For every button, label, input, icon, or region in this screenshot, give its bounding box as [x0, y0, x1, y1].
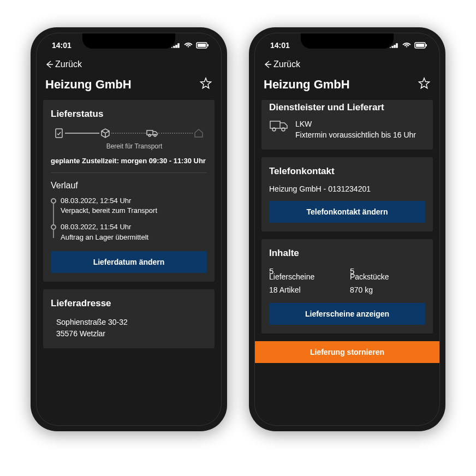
status-caption: Bereit für Transport: [51, 142, 207, 150]
address-line-1: Sophienstraße 30-32: [56, 317, 207, 328]
cancel-delivery-button[interactable]: Lieferung stornieren: [255, 341, 439, 363]
svg-rect-2: [207, 44, 209, 46]
star-icon: [199, 77, 212, 90]
show-delivery-slips-button[interactable]: Lieferscheine anzeigen: [269, 303, 425, 325]
change-delivery-date-button[interactable]: Lieferdatum ändern: [51, 251, 207, 273]
status-progress: [51, 127, 207, 139]
wifi-icon: [184, 43, 193, 49]
page-title: Heizung GmbH: [264, 78, 350, 92]
provider-card: Dienstleister und Lieferart LKW Fixtermi…: [261, 100, 433, 150]
statusbar-icons: [171, 42, 209, 49]
contents-heading: Inhalte: [269, 248, 425, 259]
back-label: Zurück: [55, 59, 82, 69]
notch: [301, 33, 394, 49]
arrow-left-icon: [44, 59, 54, 69]
provider-detail: Fixtermin voraussichtlich bis 16 Uhr: [295, 129, 416, 140]
order-icon: [53, 127, 65, 139]
svg-rect-9: [426, 44, 427, 46]
history-heading: Verlauf: [51, 181, 207, 191]
battery-icon: [414, 42, 427, 49]
titlebar: Heizung GmbH: [255, 74, 439, 100]
wifi-icon: [402, 43, 411, 49]
contents-card: Inhalte 5 Lieferscheine 5 Packstücke 18 …: [261, 239, 433, 334]
statusbar-icons: [389, 42, 427, 49]
history-item: 08.03.2022, 12:54 Uhr Verpackt, bereit z…: [61, 196, 207, 216]
contact-card: Telefonkontakt Heizung GmbH - 0131234201…: [261, 157, 433, 231]
favorite-button[interactable]: [418, 77, 431, 92]
address-line-2: 35576 Wetzlar: [56, 328, 207, 340]
svg-rect-3: [56, 129, 62, 138]
delivery-address-card: Lieferadresse Sophienstraße 30-32 35576 …: [43, 289, 215, 348]
notch: [82, 33, 175, 49]
planned-delivery-time: geplante Zustellzeit: morgen 09:30 - 11:…: [51, 157, 207, 173]
back-button[interactable]: Zurück: [37, 57, 221, 74]
svg-rect-1: [198, 44, 206, 47]
battery-icon: [196, 42, 209, 49]
statusbar-time: 14:01: [270, 41, 290, 50]
star-icon: [418, 77, 431, 90]
provider-heading: Dienstleister und Lieferart: [269, 102, 425, 113]
phone-left: 14:01 Zurück Heizung GmbH Liefe: [31, 27, 227, 431]
address-heading: Lieferadresse: [51, 298, 207, 309]
home-icon: [193, 127, 205, 139]
svg-point-6: [154, 134, 156, 136]
packages-label: Packstücke: [350, 272, 425, 281]
delivery-status-card: Lieferstatus Bereit für Transport geplan…: [43, 100, 215, 282]
truck-icon: [269, 118, 289, 135]
titlebar: Heizung GmbH: [37, 74, 221, 100]
phone-right: 14:01 Zurück Heizung GmbH Diens: [249, 27, 445, 431]
statusbar-time: 14:01: [52, 41, 72, 50]
articles-value: 18 Artikel: [269, 285, 344, 294]
package-icon: [99, 127, 111, 139]
provider-type: LKW: [295, 118, 416, 129]
weight-value: 870 kg: [350, 285, 425, 294]
back-label: Zurück: [273, 59, 300, 69]
favorite-button[interactable]: [199, 77, 212, 92]
contact-value: Heizung GmbH - 0131234201: [269, 185, 425, 193]
truck-icon: [146, 127, 158, 139]
svg-rect-10: [270, 121, 280, 128]
svg-rect-8: [416, 44, 424, 47]
delivery-status-heading: Lieferstatus: [51, 109, 207, 120]
page-title: Heizung GmbH: [45, 78, 132, 92]
contents-grid: 5 Lieferscheine 5 Packstücke 18 Artikel …: [269, 266, 425, 294]
delivery-slips-label: Lieferscheine: [269, 272, 344, 281]
history-item: 08.03.2022, 11:54 Uhr Auftrag an Lager ü…: [61, 222, 207, 242]
change-contact-button[interactable]: Telefonkontakt ändern: [269, 201, 425, 223]
contact-heading: Telefonkontakt: [269, 166, 425, 177]
arrow-left-icon: [263, 59, 272, 69]
history-timeline: 08.03.2022, 12:54 Uhr Verpackt, bereit z…: [51, 196, 207, 242]
svg-point-5: [148, 134, 151, 136]
back-button[interactable]: Zurück: [255, 57, 439, 74]
